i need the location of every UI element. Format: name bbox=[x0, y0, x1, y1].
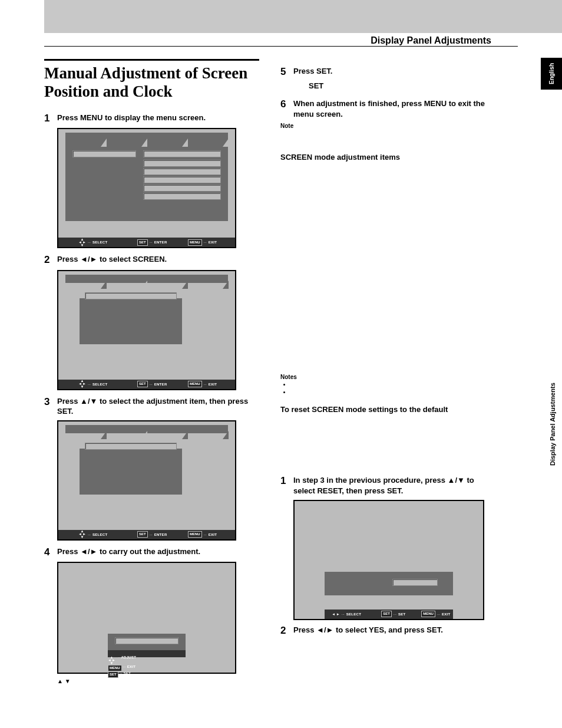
osd-screenshot-1: ▲◄►▼ ···SELECT SET···ENTER MENU···EXIT bbox=[57, 128, 236, 248]
osd-screenshot-reset: ◄ ►···SELECT SET···SET MENU···EXIT bbox=[293, 500, 484, 620]
osd-nav-bar: ◄ ►···SELECT SET···SET MENU···EXIT bbox=[325, 610, 453, 619]
step-2: 2 Press ◄/► to select SCREEN. bbox=[44, 254, 259, 266]
header-rule bbox=[44, 46, 518, 47]
reset-step-2: 2 Press ◄/► to select YES, and press SET… bbox=[280, 625, 495, 637]
step-text: Press ◄/► to select SCREEN. bbox=[57, 254, 167, 266]
step-text: Press MENU to display the menu screen. bbox=[57, 113, 206, 124]
subheading-reset: To reset SCREEN mode settings to the def… bbox=[280, 405, 495, 414]
step-number: 2 bbox=[280, 625, 293, 637]
notes-list bbox=[280, 381, 495, 396]
step-4: 4 Press ◄/► to carry out the adjustment. bbox=[44, 546, 259, 558]
step-number: 1 bbox=[44, 113, 57, 124]
osd-nav-bar: ▲◄►▼ ···SELECT SET···ENTER MENU···EXIT bbox=[58, 238, 235, 247]
note-label: Note bbox=[280, 123, 495, 129]
step-6: 6 When adjustment is finished, press MEN… bbox=[280, 98, 495, 119]
page-title: Manual Adjustment of Screen Position and… bbox=[44, 64, 259, 101]
subheading-screen-items: SCREEN mode adjustment items bbox=[280, 153, 495, 162]
step-3: 3 Press ▲/▼ to select the adjustment ite… bbox=[44, 396, 259, 417]
step-number: 2 bbox=[44, 254, 57, 266]
step-text: Press ▲/▼ to select the adjustment item,… bbox=[57, 396, 259, 417]
after-step4-note: ▲ ▼ bbox=[57, 677, 259, 684]
osd-nav-bar: ▲◄►▼ ···ADJUST MENU···EXIT SET···SET bbox=[108, 650, 186, 657]
step-text: Press ◄/► to carry out the adjustment. bbox=[57, 546, 200, 558]
lang-tab: English bbox=[541, 58, 562, 90]
section-header: Display Panel Adjustments bbox=[371, 35, 491, 46]
osd-screenshot-3: ▲◄►▼ ···SELECT SET···ENTER MENU···EXIT bbox=[57, 420, 236, 541]
step-number: 6 bbox=[280, 98, 293, 119]
osd-nav-bar: ▲◄►▼ ···SELECT SET···ENTER MENU···EXIT bbox=[58, 530, 235, 539]
reset-step-1: 1 In step 3 in the previous procedure, p… bbox=[280, 475, 495, 496]
step-text: When adjustment is finished, press MENU … bbox=[293, 98, 495, 119]
osd-screenshot-4: ▲◄►▼ ···ADJUST MENU···EXIT SET···SET bbox=[57, 562, 236, 674]
step-text: Press SET. bbox=[293, 66, 333, 78]
step-1: 1 Press MENU to display the menu screen. bbox=[44, 113, 259, 124]
notes-label: Notes bbox=[280, 374, 495, 380]
step-number: 1 bbox=[280, 475, 293, 496]
osd-screenshot-2: ▲◄►▼ ···SELECT SET···ENTER MENU···EXIT bbox=[57, 270, 236, 390]
title-rule bbox=[44, 59, 259, 61]
step-number: 5 bbox=[280, 66, 293, 78]
step-text: Press ◄/► to select YES, and press SET. bbox=[293, 625, 443, 637]
step-5: 5 Press SET. bbox=[280, 66, 495, 78]
side-tab: Display Panel Adjustments bbox=[543, 371, 562, 477]
osd-nav-bar: ▲◄►▼ ···SELECT SET···ENTER MENU···EXIT bbox=[58, 380, 235, 389]
step-text: In step 3 in the previous procedure, pre… bbox=[293, 475, 495, 496]
step-number: 4 bbox=[44, 546, 57, 558]
set-indent: SET bbox=[309, 81, 495, 90]
top-gray-band bbox=[44, 0, 562, 33]
step-number: 3 bbox=[44, 396, 57, 417]
